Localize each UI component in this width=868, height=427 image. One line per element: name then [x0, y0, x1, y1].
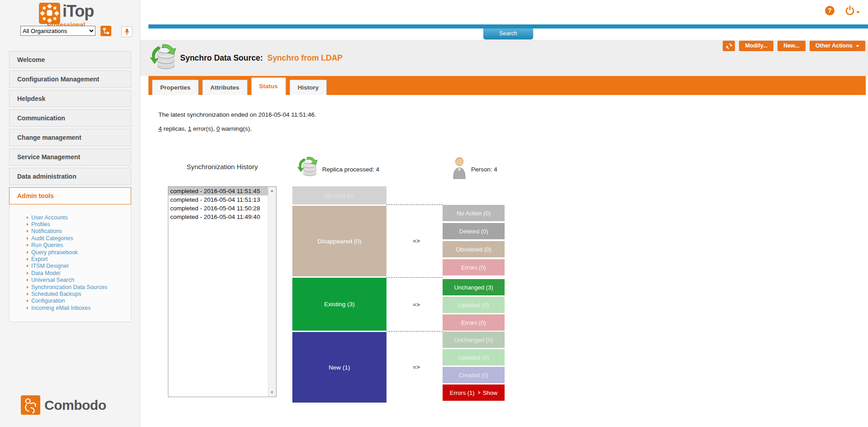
sidebar-item-communication[interactable]: Communication: [9, 109, 131, 127]
submenu-label[interactable]: Universal Search: [31, 277, 74, 283]
org-hierarchy-button[interactable]: [100, 26, 111, 36]
pin-menu-button[interactable]: [121, 26, 133, 37]
scroll-up-icon[interactable]: ▲: [268, 187, 276, 195]
history-item[interactable]: completed - 2016-05-04 11:49:40: [168, 213, 276, 221]
modify-button[interactable]: Modify...: [739, 41, 773, 51]
submenu-label[interactable]: Profiles: [31, 221, 50, 228]
sidebar-item-configuration-management[interactable]: Configuration Management: [9, 71, 131, 88]
pin-icon: [124, 28, 130, 35]
other-actions-label: Other Actions: [816, 41, 853, 51]
submenu-item-export[interactable]: Export: [10, 256, 131, 262]
status-box-unchanged-existing: Unchanged (3): [443, 279, 505, 295]
status-box-ignored: Ignored (0): [292, 186, 386, 204]
tabs: Properties Attributes Status History: [152, 77, 330, 95]
replicas-text: replicas,: [162, 125, 188, 132]
help-icon[interactable]: ?: [825, 6, 835, 15]
person-count-label: Person: 4: [471, 166, 497, 173]
arrow-disappeared: =>: [409, 237, 424, 244]
person-icon: [452, 156, 467, 179]
sidebar-item-data-administration[interactable]: Data administration: [9, 168, 131, 185]
bullet-triangle-icon: [27, 237, 29, 240]
bullet-triangle-icon: [27, 216, 29, 219]
combodo-logo: Combodo: [21, 395, 106, 415]
bullet-triangle-icon: [27, 251, 29, 254]
submenu-label[interactable]: Export: [31, 256, 48, 262]
warnings-count-link[interactable]: 0: [216, 125, 220, 132]
listbox-scrollbar[interactable]: ▲ ▼: [268, 187, 276, 397]
submenu-label[interactable]: ITSM Designer: [31, 263, 69, 269]
other-actions-button[interactable]: Other Actions: [810, 41, 865, 51]
status-box-errors-disappeared: Errors (0): [443, 259, 505, 275]
submenu-label[interactable]: Query phrasebook: [31, 249, 78, 256]
submenu-item-configuration[interactable]: Configuration: [10, 298, 131, 304]
new-button[interactable]: New...: [777, 41, 806, 51]
status-box-updated-new: Updated (0): [443, 349, 505, 365]
submenu-item-scheduled-backups[interactable]: Scheduled Backups: [10, 290, 131, 297]
show-errors-link[interactable]: Show: [483, 389, 498, 396]
status-box-errors-new: Errors (1) Show: [443, 384, 505, 401]
sidebar-item-change-management[interactable]: Change management: [9, 129, 131, 146]
refresh-button[interactable]: [723, 41, 735, 51]
logout-menu[interactable]: [845, 5, 860, 15]
submenu-label[interactable]: Synchronization Data Sources: [31, 284, 107, 290]
submenu-label[interactable]: Data Model: [31, 270, 60, 276]
sidebar-item-welcome[interactable]: Welcome: [9, 51, 131, 68]
status-box-existing: Existing (3): [292, 278, 386, 331]
sync-summary-line: The latest synchronization ended on 2016…: [158, 111, 316, 118]
synchronization-history-listbox[interactable]: completed - 2016-05-04 11:51:45 complete…: [168, 186, 277, 397]
tab-attributes[interactable]: Attributes: [202, 80, 248, 95]
submenu-item-itsm-designer[interactable]: ITSM Designer: [10, 263, 131, 270]
search-bar-stripe: [148, 24, 868, 28]
submenu-item-synchronization-data-sources[interactable]: Synchronization Data Sources: [10, 284, 131, 290]
sidebar-item-helpdesk[interactable]: Helpdesk: [9, 90, 131, 107]
submenu-item-run-queries[interactable]: Run Queries: [10, 242, 131, 249]
submenu-label[interactable]: User Accounts: [31, 214, 68, 221]
submenu-label[interactable]: Notifications: [31, 228, 62, 234]
submenu-label[interactable]: Audit Categories: [31, 235, 73, 242]
tab-status[interactable]: Status: [251, 77, 286, 95]
errors-text: error(s),: [191, 125, 217, 132]
submenu-label[interactable]: Scheduled Backups: [31, 291, 81, 297]
errors-count-link[interactable]: 1: [188, 125, 191, 132]
submenu-item-audit-categories[interactable]: Audit Categories: [10, 235, 131, 242]
sidebar-item-service-management[interactable]: Service Management: [9, 148, 131, 166]
status-box-obsoleted: Obsoleted (0): [443, 241, 505, 257]
submenu-item-universal-search[interactable]: Universal Search: [10, 277, 131, 284]
submenu-item-profiles[interactable]: Profiles: [10, 221, 131, 228]
history-item[interactable]: completed - 2016-05-04 11:50:28: [168, 204, 276, 213]
combodo-logo-text: Combodo: [44, 398, 106, 413]
search-button[interactable]: Search: [483, 28, 533, 39]
organization-select[interactable]: All Organizations: [20, 26, 95, 36]
arrow-new: =>: [409, 364, 424, 370]
sidebar: iTop Professional All Organizations Welc…: [0, 0, 140, 427]
show-caret-icon: [478, 391, 481, 394]
submenu-item-data-model[interactable]: Data Model: [10, 270, 131, 276]
submenu-label[interactable]: Run Queries: [31, 242, 63, 248]
sync-counts-line: 4 replicas, 1 error(s), 0 warning(s).: [158, 125, 252, 132]
object-header: Synchro Data Source: Synchro from LDAP M…: [140, 40, 868, 76]
submenu-item-notifications[interactable]: Notifications: [10, 228, 131, 235]
history-item[interactable]: completed - 2016-05-04 11:51:45: [168, 187, 276, 195]
submenu-item-user-accounts[interactable]: User Accounts: [10, 214, 131, 221]
bullet-triangle-icon: [27, 293, 29, 295]
bullet-triangle-icon: [27, 265, 29, 267]
replica-processed-label: Replica processed: 4: [322, 166, 379, 173]
bullet-triangle-icon: [27, 299, 29, 302]
scroll-down-icon[interactable]: ▼: [268, 389, 276, 396]
history-item[interactable]: completed - 2016-05-04 11:51:13: [168, 195, 276, 204]
bullet-triangle-icon: [27, 279, 29, 281]
status-box-unchanged-new: Unchanged (0): [443, 332, 505, 348]
admin-tools-submenu: User Accounts Profiles Notifications Aud…: [9, 204, 131, 322]
tab-properties[interactable]: Properties: [152, 80, 199, 95]
sidebar-item-admin-tools[interactable]: Admin tools: [9, 187, 131, 204]
status-box-errors-existing: Errors (0): [443, 314, 505, 331]
submenu-label[interactable]: Incoming eMail Inboxes: [31, 305, 91, 311]
submenu-label[interactable]: Configuration: [31, 298, 65, 304]
status-box-deleted: Deleted (0): [443, 223, 505, 239]
replicas-count-link[interactable]: 4: [158, 125, 162, 132]
status-box-disappeared: Disappeared (0): [292, 206, 386, 276]
submenu-item-incoming-email-inboxes[interactable]: Incoming eMail Inboxes: [10, 304, 131, 311]
synchro-data-source-icon: [149, 43, 177, 72]
submenu-item-query-phrasebook[interactable]: Query phrasebook: [10, 249, 131, 256]
tab-history[interactable]: History: [290, 80, 327, 95]
